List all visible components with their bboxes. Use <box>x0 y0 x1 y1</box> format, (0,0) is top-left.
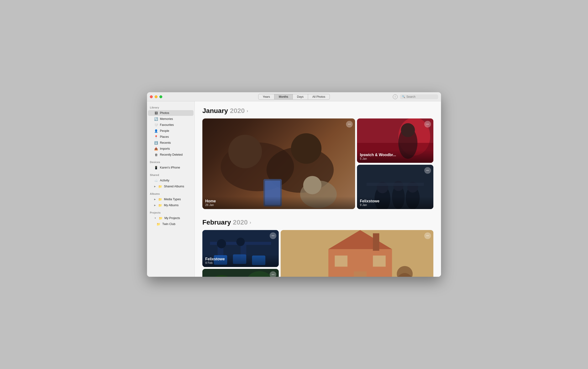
month-name: February <box>202 219 231 226</box>
more-options-button[interactable]: ··· <box>424 232 431 239</box>
month-title-jan: January 2020 › <box>202 107 433 115</box>
sidebar-item-label: Activity <box>160 179 169 182</box>
imports-icon: 📥 <box>154 147 158 151</box>
more-options-button[interactable]: ··· <box>424 121 431 128</box>
memories-icon: 🔄 <box>154 117 158 121</box>
folder-icon: 📁 <box>158 197 162 201</box>
album-card-felixstowe-feb[interactable]: Felixstowe 9 Feb ··· <box>202 230 279 267</box>
sidebar-item-media-types[interactable]: ▶ 📁 Media Types <box>148 196 194 202</box>
traffic-lights <box>150 95 162 98</box>
album-date: 9 Feb <box>205 261 276 265</box>
sidebar-item-label: Karen's iPhone <box>160 166 180 169</box>
sidebar-item-label: Memories <box>160 117 173 121</box>
jan-small-stack: Ipswich & Woodbr... 5 Jan ··· <box>357 119 433 209</box>
svg-point-7 <box>303 176 321 194</box>
album-title: Ipswich & Woodbr... <box>360 153 430 157</box>
library-header: Library <box>147 103 194 110</box>
sidebar-item-activity[interactable]: ☁️ Activity <box>148 178 194 183</box>
close-button[interactable] <box>150 95 153 98</box>
sidebar-item-recents[interactable]: ⬇️ Recents <box>148 140 194 146</box>
tab-months[interactable]: Months <box>274 94 293 100</box>
year-label: 2020 <box>233 219 248 226</box>
chevron-right-icon: › <box>247 109 248 113</box>
album-card-ipswich[interactable]: Ipswich & Woodbr... 5 Jan ··· <box>357 119 433 163</box>
sidebar-item-people[interactable]: 👤 People <box>148 128 194 134</box>
sidebar-item-imports[interactable]: 📥 Imports <box>148 146 194 152</box>
sidebar-item-label: Places <box>160 135 169 139</box>
sidebar-item-my-projects[interactable]: ▼ 📁 My Projects <box>148 215 194 221</box>
chevron-right-icon: ▶ <box>154 185 156 188</box>
heart-icon: 🤍 <box>154 123 158 127</box>
month-name: January <box>202 107 228 115</box>
chevron-right-icon: ▶ <box>154 198 156 200</box>
sidebar-item-my-albums[interactable]: ▶ 📁 My Albums <box>148 202 194 208</box>
search-box[interactable]: 🔍 <box>400 94 438 99</box>
sidebar-item-places[interactable]: 📍 Places <box>148 134 194 140</box>
chevron-right-icon: ▶ <box>154 204 156 206</box>
search-input[interactable] <box>406 95 435 99</box>
sidebar-item-shared-albums[interactable]: ▶ 📁 Shared Albums <box>148 184 194 189</box>
album-date: 9 Jan <box>360 203 430 207</box>
view-tabs: Years Months Days All Photos <box>258 94 330 100</box>
sidebar-item-recently-deleted[interactable]: 🗑 Recently Deleted <box>148 152 194 158</box>
album-date: 26 Jan <box>205 203 352 207</box>
sidebar-item-iphone[interactable]: 📱 Karen's iPhone <box>148 165 194 170</box>
minimize-button[interactable] <box>155 95 158 98</box>
svg-point-2 <box>228 135 262 168</box>
card-overlay: Home 26 Jan <box>202 196 355 209</box>
search-icon: 🔍 <box>402 95 405 98</box>
devices-header: Devices <box>147 158 194 164</box>
recents-icon: ⬇️ <box>154 141 158 145</box>
sidebar-item-favourites[interactable]: 🤍 Favourites <box>148 122 194 128</box>
main-area: Library 🖼 Photos 🔄 Memories 🤍 Favourites… <box>147 101 441 277</box>
more-options-button[interactable]: ··· <box>270 271 276 277</box>
album-card-felixstowe-jan[interactable]: Felixstowe 9 Jan ··· <box>357 165 433 209</box>
tab-years[interactable]: Years <box>258 94 274 100</box>
chevron-right-icon: › <box>250 220 251 225</box>
jan-photo-grid: Home 26 Jan ··· <box>202 119 433 211</box>
card-overlay: Ipswich & Woodbr... 5 Jan <box>357 150 433 163</box>
more-options-button[interactable]: ··· <box>346 121 353 128</box>
more-options-button[interactable]: ··· <box>424 167 431 174</box>
sidebar-item-twin-club[interactable]: 📁 Twin Club <box>148 221 194 227</box>
sidebar-item-label: Recently Deleted <box>160 153 183 156</box>
info-button[interactable]: i <box>393 94 398 99</box>
person-icon: 👤 <box>154 129 158 133</box>
album-date: 5 Jan <box>360 157 430 160</box>
sidebar-item-label: Favourites <box>160 123 174 127</box>
iphone-icon: 📱 <box>154 166 158 170</box>
tab-days[interactable]: Days <box>293 94 308 100</box>
content-area: January 2020 › <box>195 101 441 277</box>
svg-rect-20 <box>367 183 424 186</box>
sidebar-item-photos[interactable]: 🖼 Photos <box>148 110 194 116</box>
photos-icon: 🖼 <box>154 111 158 115</box>
sidebar-item-label: Shared Albums <box>164 185 184 188</box>
maximize-button[interactable] <box>159 95 162 98</box>
folder-icon: 📁 <box>158 184 162 188</box>
month-section-feb: February 2020 › <box>202 219 433 277</box>
sidebar-item-label: My Projects <box>164 216 180 220</box>
card-overlay: Felixstowe 9 Feb <box>202 254 279 267</box>
titlebar: Years Months Days All Photos i 🔍 <box>147 92 441 101</box>
album-title: Felixstowe <box>205 257 276 261</box>
shared-header: Shared <box>147 171 194 177</box>
album-card-home-ipswich[interactable]: Home & Ipswich 10 Feb ··· <box>202 269 279 277</box>
month-section-jan: January 2020 › <box>202 107 433 211</box>
sidebar-item-label: My Albums <box>164 204 178 207</box>
sidebar-item-memories[interactable]: 🔄 Memories <box>148 116 194 122</box>
feb-photo-grid: Felixstowe 9 Feb ··· <box>202 230 433 277</box>
sidebar-item-label: Recents <box>160 141 171 144</box>
more-options-button[interactable]: ··· <box>270 232 276 239</box>
album-card-woodbridge[interactable]: Woodbridge - Ash Wednesday Wednesday ··· <box>281 230 433 277</box>
sidebar-item-label: Media Types <box>164 198 181 201</box>
trash-icon: 🗑 <box>154 153 158 157</box>
tab-all-photos[interactable]: All Photos <box>308 94 330 100</box>
location-icon: 📍 <box>154 135 158 139</box>
album-card-home-jan[interactable]: Home 26 Jan ··· <box>202 119 355 209</box>
card-overlay: Felixstowe 9 Jan <box>357 196 433 209</box>
svg-point-29 <box>236 238 245 246</box>
feb-small-col: Felixstowe 9 Feb ··· <box>202 230 279 277</box>
titlebar-right: i 🔍 <box>393 94 438 99</box>
chevron-down-icon: ▼ <box>154 217 156 219</box>
sidebar: Library 🖼 Photos 🔄 Memories 🤍 Favourites… <box>147 101 195 277</box>
